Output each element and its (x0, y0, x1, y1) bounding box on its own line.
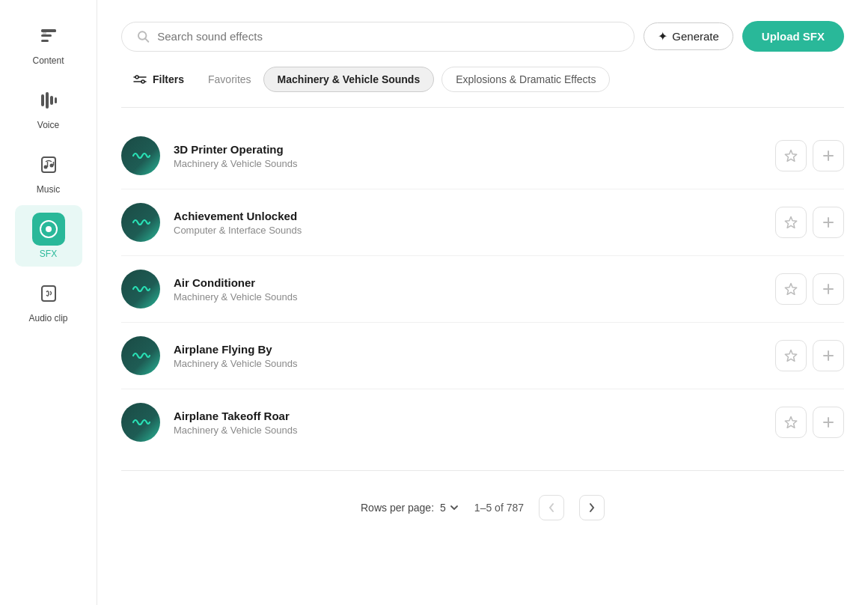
sfx-avatar (121, 270, 160, 308)
sfx-avatar (121, 203, 160, 242)
waveform-icon (130, 212, 151, 233)
star-icon (783, 348, 798, 363)
filters-icon (133, 73, 147, 86)
sidebar-item-audioclip[interactable]: Audio clip (15, 270, 82, 331)
svg-rect-1 (41, 34, 52, 37)
svg-rect-7 (55, 97, 57, 103)
sfx-icon (38, 219, 59, 240)
sfx-avatar (121, 403, 160, 442)
sfx-title: 3D Printer Operating (174, 143, 762, 156)
svg-rect-2 (41, 40, 49, 42)
next-page-button[interactable] (579, 495, 605, 520)
audioclip-icon (38, 283, 59, 304)
chevron-left-icon (548, 502, 555, 513)
plus-icon (822, 349, 835, 362)
favorites-filter[interactable]: Favorites (204, 67, 256, 91)
waveform-icon (130, 145, 151, 166)
add-button[interactable] (813, 207, 844, 238)
sfx-title: Airplane Takeoff Roar (174, 410, 762, 422)
audioclip-icon-wrap (32, 277, 65, 310)
main-content: ✦ Generate Upload SFX Filters Favorites … (97, 0, 868, 605)
plus-icon (822, 416, 835, 429)
search-input[interactable] (157, 30, 619, 43)
sidebar-item-music[interactable]: Music (15, 141, 82, 202)
sfx-row: 3D Printer Operating Machinery & Vehicle… (121, 123, 844, 189)
top-bar: ✦ Generate Upload SFX (121, 21, 844, 52)
sfx-title: Achievement Unlocked (174, 210, 762, 222)
sfx-info: Airplane Flying By Machinery & Vehicle S… (174, 343, 762, 369)
sfx-actions (775, 407, 844, 438)
sfx-row: Airplane Flying By Machinery & Vehicle S… (121, 323, 844, 389)
sfx-info: Air Conditioner Machinery & Vehicle Soun… (174, 276, 762, 302)
filter-chip-explosions-label: Explosions & Dramatic Effects (456, 73, 596, 85)
sfx-row: Air Conditioner Machinery & Vehicle Soun… (121, 256, 844, 323)
plus-icon (822, 216, 835, 229)
generate-label: Generate (672, 30, 719, 43)
favorites-label: Favorites (208, 73, 251, 85)
sidebar-item-voice-label: Voice (37, 120, 59, 130)
waveform-icon (130, 279, 151, 300)
plus-icon (822, 149, 835, 162)
sfx-info: Achievement Unlocked Computer & Interfac… (174, 210, 762, 236)
sfx-avatar (121, 336, 160, 375)
sidebar-item-content[interactable]: Content (15, 12, 82, 73)
sfx-category: Machinery & Vehicle Sounds (174, 358, 762, 369)
waveform-icon (130, 412, 151, 433)
content-icon-wrap (32, 19, 65, 52)
svg-point-14 (46, 226, 52, 232)
filters-label: Filters (153, 73, 184, 85)
add-button[interactable] (813, 340, 844, 371)
chevron-down-icon (449, 502, 459, 513)
pagination: Rows per page: 5 1–5 of 787 (121, 495, 844, 520)
add-button[interactable] (813, 140, 844, 171)
content-icon (38, 25, 59, 46)
divider (121, 107, 844, 108)
plus-icon (822, 282, 835, 296)
svg-line-17 (145, 38, 148, 41)
sfx-actions (775, 140, 844, 171)
search-box (121, 22, 635, 52)
filter-chip-machinery[interactable]: Machinery & Vehicle Sounds (263, 67, 435, 92)
add-button[interactable] (813, 273, 844, 305)
favorite-button[interactable] (775, 140, 807, 171)
filter-chip-machinery-label: Machinery & Vehicle Sounds (278, 73, 421, 85)
voice-icon-wrap (32, 84, 65, 117)
sfx-avatar (121, 136, 160, 175)
sidebar-item-content-label: Content (32, 55, 64, 66)
filter-chip-explosions[interactable]: Explosions & Dramatic Effects (441, 67, 610, 92)
bottom-divider (121, 470, 844, 471)
favorite-button[interactable] (775, 340, 807, 371)
svg-rect-6 (50, 96, 53, 105)
sfx-category: Machinery & Vehicle Sounds (174, 291, 762, 302)
favorite-button[interactable] (775, 273, 807, 305)
rows-per-page-select[interactable]: 5 (440, 502, 459, 514)
favorite-button[interactable] (775, 207, 807, 238)
star-icon (783, 282, 798, 297)
music-icon-wrap (32, 148, 65, 181)
generate-button[interactable]: ✦ Generate (644, 22, 733, 50)
rows-per-page-label: Rows per page: (361, 502, 434, 514)
sfx-info: Airplane Takeoff Roar Machinery & Vehicl… (174, 410, 762, 436)
sfx-title: Airplane Flying By (174, 343, 762, 356)
svg-rect-4 (41, 94, 44, 106)
sidebar-item-music-label: Music (37, 184, 60, 195)
search-icon (137, 30, 150, 43)
sidebar-item-sfx[interactable]: SFX (15, 205, 82, 267)
sfx-row: Airplane Takeoff Roar Machinery & Vehicl… (121, 389, 844, 455)
prev-page-button[interactable] (539, 495, 564, 520)
upload-label: Upload SFX (762, 30, 825, 43)
sidebar: Content Voice Music (0, 0, 97, 605)
favorite-button[interactable] (775, 407, 807, 438)
upload-sfx-button[interactable]: Upload SFX (742, 21, 844, 52)
filters-button[interactable]: Filters (121, 67, 196, 92)
filter-bar: Filters Favorites Machinery & Vehicle So… (121, 67, 844, 92)
rows-per-page-value: 5 (440, 502, 446, 514)
add-button[interactable] (813, 407, 844, 438)
sfx-category: Machinery & Vehicle Sounds (174, 158, 762, 169)
star-icon (783, 415, 798, 430)
sfx-actions (775, 207, 844, 238)
sidebar-item-voice[interactable]: Voice (15, 76, 82, 138)
page-range: 1–5 of 787 (474, 502, 524, 514)
svg-rect-5 (46, 92, 49, 109)
star-icon (783, 215, 798, 230)
